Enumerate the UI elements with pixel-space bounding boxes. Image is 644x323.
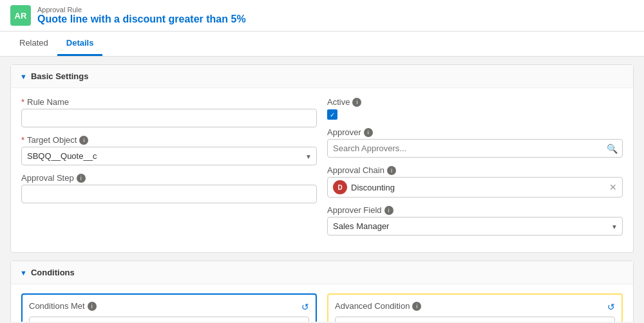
approval-step-info-icon[interactable]: i <box>77 174 86 183</box>
header-icon-text: AR <box>15 11 27 21</box>
basic-settings-section: ▼ Basic Settings * Rule Name Quote line … <box>10 64 634 253</box>
basic-settings-left: * Rule Name Quote line with a discount g… <box>21 97 317 243</box>
advanced-condition-wrapper: Advanced Condition i ↺ (1 OR 2) AND 3 ↺ … <box>327 293 623 322</box>
conditions-met-select-display[interactable]: Custom ▼ <box>30 317 308 322</box>
basic-settings-body: * Rule Name Quote line with a discount g… <box>11 88 633 252</box>
target-object-label: * Target Object i <box>21 135 317 145</box>
conditions-section-title: Conditions <box>31 268 75 277</box>
approver-field-info-icon[interactable]: i <box>384 206 393 215</box>
advanced-condition-col: Advanced Condition i ↺ (1 OR 2) AND 3 ↺ … <box>327 293 623 322</box>
header-text-block: Approval Rule Quote line with a discount… <box>37 6 246 25</box>
rule-name-label: * Rule Name <box>21 97 317 107</box>
conditions-met-header-row: Conditions Met i ↺ <box>29 301 309 313</box>
approval-step-label: Approval Step i <box>21 173 317 183</box>
approval-chain-label: Approval Chain i <box>327 165 623 175</box>
target-object-select-wrapper: SBQQ__Quote__c <box>21 147 317 165</box>
conditions-met-label: Conditions Met i <box>29 301 97 311</box>
approval-chain-close-icon[interactable]: ✕ <box>609 182 617 192</box>
tab-bar: Related Details <box>0 32 644 57</box>
advanced-condition-label: Advanced Condition i <box>335 301 421 311</box>
active-field: Active i ✓ <box>327 97 623 120</box>
approver-info-icon[interactable]: i <box>364 128 373 137</box>
approver-search-icon: 🔍 <box>607 143 618 154</box>
target-object-info-icon[interactable]: i <box>79 136 88 145</box>
conditions-section: ▼ Conditions Conditions Met i ↺ <box>10 261 634 322</box>
active-checkbox-wrapper: ✓ <box>327 109 623 120</box>
approver-search-input[interactable] <box>327 139 623 158</box>
app-header: AR Approval Rule Quote line with a disco… <box>0 0 644 32</box>
active-label: Active i <box>327 97 623 107</box>
conditions-met-dropdown: Custom ▼ --None-- All <box>29 317 309 322</box>
rule-name-field: * Rule Name Quote line with a discount g… <box>21 97 317 127</box>
basic-settings-toggle[interactable]: ▼ <box>20 73 27 80</box>
main-content: ▼ Basic Settings * Rule Name Quote line … <box>0 57 644 322</box>
advanced-condition-textarea[interactable]: (1 OR 2) AND 3 <box>335 317 615 322</box>
advanced-condition-header-row: Advanced Condition i ↺ <box>335 301 615 313</box>
approver-field-select-wrapper: Sales Manager <box>327 217 623 235</box>
advanced-condition-reset-icon[interactable]: ↺ <box>607 302 615 312</box>
rule-name-input[interactable]: Quote line with a discount greater than … <box>21 109 317 127</box>
header-breadcrumb: Approval Rule <box>37 6 246 14</box>
approver-label: Approver i <box>327 127 623 137</box>
active-info-icon[interactable]: i <box>352 98 361 107</box>
conditions-met-wrapper: Conditions Met i ↺ Custom ▼ <box>21 293 317 322</box>
approval-step-input[interactable]: 1 <box>21 185 317 203</box>
conditions-body: Conditions Met i ↺ Custom ▼ <box>11 284 633 322</box>
conditions-grid: Conditions Met i ↺ Custom ▼ <box>21 293 623 322</box>
conditions-section-header: ▼ Conditions <box>11 261 633 284</box>
tab-related[interactable]: Related <box>10 32 57 56</box>
basic-settings-title: Basic Settings <box>31 71 89 81</box>
basic-settings-grid: * Rule Name Quote line with a discount g… <box>21 97 623 243</box>
approver-search-wrapper: 🔍 <box>327 139 623 158</box>
conditions-met-chevron-icon: ▼ <box>295 321 303 322</box>
target-object-required: * <box>21 135 24 145</box>
approver-field: Approver i 🔍 <box>327 127 623 158</box>
approval-chain-badge: D <box>333 180 347 194</box>
header-title: Quote line with a discount greater than … <box>37 14 246 25</box>
approver-field-label: Approver Field i <box>327 205 623 215</box>
tab-details[interactable]: Details <box>57 32 103 56</box>
active-checkbox[interactable]: ✓ <box>327 109 337 120</box>
advanced-condition-info-icon[interactable]: i <box>412 302 421 311</box>
basic-settings-header: ▼ Basic Settings <box>11 65 633 88</box>
approval-chain-text: Discounting <box>351 183 605 192</box>
approval-chain-field: Approval Chain i D Discounting ✕ <box>327 165 623 198</box>
approval-chain-value-field: D Discounting ✕ <box>327 177 623 198</box>
conditions-toggle[interactable]: ▼ <box>20 269 27 277</box>
conditions-met-info-icon[interactable]: i <box>88 302 97 311</box>
basic-settings-right: Active i ✓ Approver i <box>327 97 623 243</box>
conditions-met-reset-icon[interactable]: ↺ <box>301 302 309 312</box>
approval-step-field: Approval Step i 1 <box>21 173 317 203</box>
target-object-field: * Target Object i SBQQ__Quote__c <box>21 135 317 165</box>
rule-name-required: * <box>21 97 24 107</box>
advanced-condition-textarea-wrapper: (1 OR 2) AND 3 ↺ <box>335 317 615 322</box>
target-object-select[interactable]: SBQQ__Quote__c <box>21 147 317 165</box>
approver-field-field: Approver Field i Sales Manager <box>327 205 623 235</box>
approver-field-select[interactable]: Sales Manager <box>327 217 623 235</box>
conditions-met-col: Conditions Met i ↺ Custom ▼ <box>21 293 317 322</box>
approval-chain-info-icon[interactable]: i <box>387 166 396 175</box>
header-icon: AR <box>10 5 31 26</box>
